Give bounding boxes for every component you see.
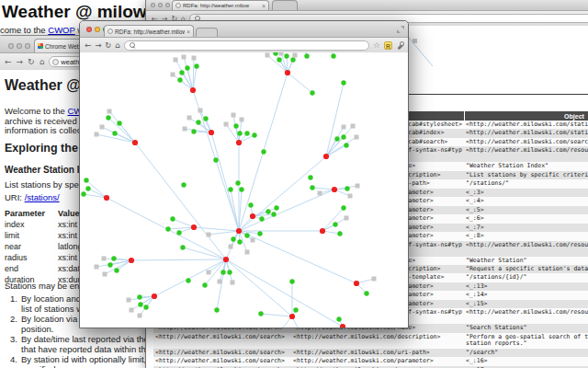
graph-node-green[interactable] (220, 270, 225, 274)
graph-node-green[interactable] (341, 134, 345, 139)
graph-node-green[interactable] (284, 53, 288, 58)
graph-node-green[interactable] (85, 186, 90, 190)
graph-node-green[interactable] (304, 53, 309, 58)
graph-node-square[interactable] (229, 245, 233, 249)
graph-node-green[interactable] (277, 57, 281, 62)
minimize-window-button[interactable] (17, 43, 22, 49)
graph-node-square[interactable] (95, 265, 99, 270)
graph-node-square[interactable] (198, 109, 203, 113)
graph-node-square[interactable] (127, 298, 131, 303)
graph-node-square[interactable] (355, 135, 359, 140)
graph-node-green[interactable] (252, 132, 256, 137)
graph-node-square[interactable] (171, 73, 175, 77)
graph-node-green[interactable] (344, 143, 348, 147)
reload-button[interactable]: ↻ (105, 40, 111, 50)
graph-node-green[interactable] (138, 302, 142, 306)
close-tab-icon[interactable]: × (262, 3, 266, 9)
graph-node-green[interactable] (333, 222, 337, 226)
home-button[interactable]: ⌂ (115, 40, 119, 50)
close-window-button[interactable] (8, 43, 14, 49)
reload-button[interactable]: ↻ (28, 57, 35, 66)
graph-node-green[interactable] (107, 262, 112, 267)
graph-node-red[interactable] (340, 324, 345, 328)
graph-node-green[interactable] (194, 63, 198, 68)
tab-rdfa[interactable]: RDFa: http://weather.milow × (172, 0, 269, 10)
graph-node-green[interactable] (257, 231, 262, 236)
graph-canvas[interactable] (80, 52, 408, 328)
graph-node-red[interactable] (190, 87, 196, 93)
graph-node-red[interactable] (104, 195, 109, 201)
graph-node-square[interactable] (251, 238, 255, 243)
graph-node-green[interactable] (244, 131, 249, 135)
graph-node-green[interactable] (273, 52, 277, 56)
graph-node-square[interactable] (231, 281, 235, 285)
graph-node-green[interactable] (345, 186, 349, 190)
graph-node-red[interactable] (250, 213, 255, 219)
graph-node-green[interactable] (274, 205, 278, 210)
graph-node-square[interactable] (240, 118, 244, 122)
graph-node-green[interactable] (112, 131, 117, 135)
graph-node-green[interactable] (290, 57, 295, 62)
graph-node-green[interactable] (214, 307, 219, 312)
graph-node-red[interactable] (285, 70, 290, 75)
inline-link[interactable]: CWOP (48, 25, 74, 35)
zoom-window-button[interactable] (165, 3, 170, 7)
back-button[interactable]: ← (85, 40, 91, 50)
graph-node-green[interactable] (331, 53, 335, 58)
wrench-menu-icon[interactable] (396, 41, 404, 50)
graph-node-square[interactable] (224, 122, 229, 127)
minimize-window-button[interactable] (95, 27, 100, 32)
graph-node-square[interactable] (232, 113, 236, 118)
back-button[interactable]: ← (5, 57, 12, 66)
graph-node-square[interactable] (103, 272, 107, 277)
close-tab-icon[interactable]: × (187, 29, 190, 35)
graph-node-square[interactable] (318, 191, 322, 196)
forward-button[interactable]: → (95, 40, 101, 50)
close-window-button[interactable] (151, 3, 155, 7)
graph-node-red[interactable] (191, 224, 197, 230)
graph-node-green[interactable] (202, 282, 207, 287)
window-controls[interactable] (8, 43, 30, 49)
graph-node-green[interactable] (213, 157, 218, 162)
graph-node-green[interactable] (237, 239, 242, 244)
minimize-window-button[interactable] (158, 3, 163, 7)
graph-node-green[interactable] (233, 123, 238, 128)
graph-node-green[interactable] (196, 120, 200, 124)
graph-node-red[interactable] (332, 187, 337, 192)
graph-node-red[interactable] (223, 257, 229, 262)
graph-node-green[interactable] (293, 307, 298, 312)
graph-node-red[interactable] (323, 154, 329, 159)
tab-strip[interactable]: RDFa: http://weather.milow × (80, 21, 408, 38)
inline-link[interactable]: /stations/ (25, 192, 60, 202)
graph-node-square[interactable] (192, 56, 197, 61)
rdfa-extension-icon[interactable]: R (384, 41, 392, 50)
graph-node-red[interactable] (152, 293, 157, 299)
close-window-button[interactable] (86, 27, 92, 32)
graph-node-green[interactable] (106, 115, 110, 120)
graph-node-red[interactable] (289, 314, 295, 319)
graph-node-green[interactable] (334, 136, 339, 141)
graph-node-green[interactable] (185, 65, 189, 70)
graph-node-green[interactable] (117, 121, 121, 125)
address-bar[interactable] (124, 40, 369, 51)
graph-node-green[interactable] (289, 279, 294, 283)
graph-node-square[interactable] (372, 277, 377, 282)
fullscreen-icon[interactable] (397, 26, 404, 33)
tab-rdfa-graph[interactable]: RDFa: http://weather.milow × (104, 25, 194, 37)
graph-node-green[interactable] (177, 77, 182, 82)
graph-node-green[interactable] (244, 233, 249, 237)
graph-node-square[interactable] (266, 53, 270, 58)
graph-node-green[interactable] (111, 256, 116, 260)
graph-node-green[interactable] (180, 245, 185, 249)
graph-node-square[interactable] (345, 216, 349, 221)
graph-node-green[interactable] (228, 187, 232, 191)
graph-node-green[interactable] (261, 149, 266, 154)
tab-strip[interactable]: RDFa: http://weather.milow × (146, 0, 588, 11)
graph-node-green[interactable] (258, 311, 263, 316)
graph-node-green[interactable] (231, 236, 235, 241)
graph-node-square[interactable] (218, 280, 222, 284)
graph-node-green[interactable] (336, 316, 341, 321)
graph-node-square[interactable] (182, 55, 187, 60)
graph-node-green[interactable] (179, 70, 184, 75)
graph-node-green[interactable] (165, 226, 170, 231)
